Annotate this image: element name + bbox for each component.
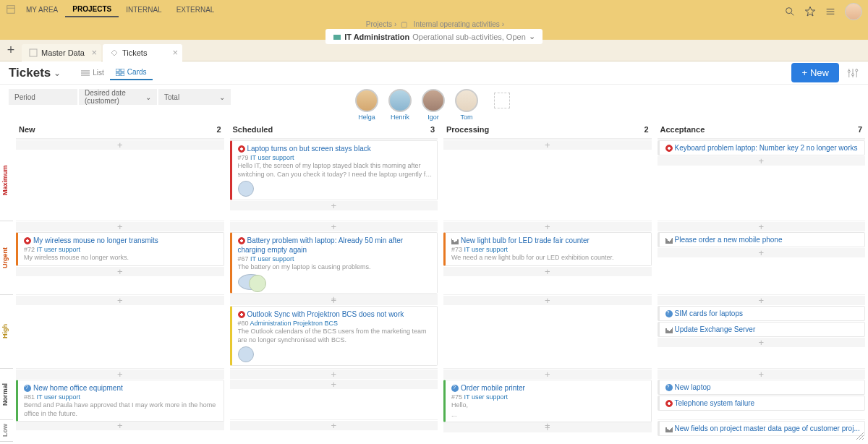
add-card-button[interactable]: + [443,296,652,305]
add-card-button[interactable]: + [16,267,224,276]
card-title[interactable]: Outlook Sync with Projektron BCS does no… [238,309,433,319]
user-avatar[interactable] [845,3,862,20]
add-card-button[interactable]: + [16,421,224,430]
add-card-button[interactable]: + [658,222,866,231]
ticket-card[interactable]: SIM cards for laptops [658,306,866,321]
add-card-button[interactable]: + [230,380,438,389]
ticket-card[interactable]: Please order a new mobile phone [658,232,866,247]
add-card-button[interactable]: + [16,296,224,305]
add-card-button[interactable]: + [16,222,224,231]
card-title[interactable]: Telephone system failure [665,398,861,408]
column-count: 2 [644,125,648,134]
app-icon [6,4,16,14]
person-henrik[interactable]: Henrik [388,89,412,121]
ticket-card[interactable]: Laptop turns on but screen stays black #… [230,140,438,200]
menu-icon[interactable] [825,6,836,17]
card-title[interactable]: New laptop [665,383,861,392]
close-icon[interactable]: × [91,47,97,58]
add-card-button[interactable]: + [230,222,438,231]
add-card-button[interactable]: + [443,140,652,150]
ticket-card[interactable]: My wireless mouse no longer transmits #7… [16,232,224,266]
add-card-button[interactable]: + [16,140,224,150]
tab-master-data[interactable]: Master Data × [22,44,101,61]
title-box[interactable]: IT Administration Operational sub-activi… [326,29,542,44]
card-title[interactable]: Laptop turns on but screen stays black [238,144,433,153]
add-card-button[interactable]: + [230,296,438,305]
add-card-button[interactable]: + [230,201,438,210]
card-title[interactable]: Keyboard problem laptop: Number key 2 no… [665,143,861,153]
ticket-card[interactable]: Keyboard problem laptop: Number key 2 no… [658,140,866,155]
add-card-button[interactable]: + [16,370,224,379]
chevron-down-icon[interactable]: ⌄ [54,68,61,78]
breadcrumb-1[interactable]: Projects [366,20,392,28]
card-title[interactable]: New light bulb for LED trade fair counte… [451,236,647,245]
card-category[interactable]: IT user support [464,393,508,401]
card-title[interactable]: New fields on project master data page o… [665,424,861,433]
card-title[interactable]: SIM cards for laptops [665,309,861,318]
ticket-card[interactable]: New light bulb for LED trade fair counte… [443,232,652,266]
card-title[interactable]: Update Exchange Server [665,325,861,334]
ticket-card[interactable]: Outlook Sync with Projektron BCS does no… [230,306,438,366]
card-category[interactable]: IT user support [37,393,80,401]
view-list-button[interactable]: List [75,66,110,80]
ticket-card[interactable]: Battery problem with laptop: Already 50 … [230,232,438,294]
nav-myarea[interactable]: MY AREA [19,3,65,17]
card-title[interactable]: Order mobile printer [451,383,647,393]
svg-marker-5 [805,7,814,16]
ticket-card[interactable]: New home office equipment #81 IT user su… [16,380,224,422]
wrench-icon [665,326,673,333]
ticket-card[interactable]: New fields on project master data page o… [658,421,866,436]
assignee-avatar[interactable] [238,181,254,197]
person-igor[interactable]: Igor [422,89,445,121]
group-select-icon[interactable] [494,93,510,108]
ticket-card[interactable]: New laptop [658,380,866,395]
assignee-avatar[interactable] [238,274,264,290]
add-card-button[interactable]: + [230,370,438,379]
add-card-button[interactable]: + [658,296,866,305]
filter-period[interactable]: Period [9,89,77,105]
card-desc: Hello, [451,401,647,410]
sliders-icon[interactable] [846,67,859,80]
card-title[interactable]: Please order a new mobile phone [665,235,861,244]
card-meta: #72 IT user support [24,246,219,253]
new-tab-button[interactable]: + [0,43,22,58]
close-icon[interactable]: × [172,47,178,58]
resize-icon[interactable] [855,431,865,441]
person-tom[interactable]: Tom [455,89,478,121]
row-maximum: Laptop turns on but screen stays black #… [230,139,438,221]
person-helga[interactable]: Helga [355,89,378,121]
search-icon[interactable] [784,6,796,17]
add-card-button[interactable]: + [658,156,866,166]
card-title[interactable]: New home office equipment [24,383,219,393]
ticket-card[interactable]: Telephone system failure [658,396,866,411]
card-category[interactable]: IT user support [250,255,294,262]
view-cards-button[interactable]: Cards [110,65,153,80]
add-card-button[interactable]: + [443,222,652,231]
add-card-button[interactable]: + [443,370,652,379]
ticket-card[interactable]: Update Exchange Server [658,322,866,337]
card-title[interactable]: My wireless mouse no longer transmits [24,236,219,245]
ticket-card[interactable]: Order mobile printer #75 IT user support… [443,380,652,422]
breadcrumb-2[interactable]: Internal operating activities [414,20,500,28]
add-card-button[interactable]: + [443,267,652,276]
tab-tickets[interactable]: Tickets × [103,44,182,61]
nav-projects[interactable]: PROJECTS [65,2,119,17]
add-card-button[interactable]: + [658,248,866,257]
card-title[interactable]: Battery problem with laptop: Already 50 … [238,236,433,255]
add-card-button[interactable]: + [658,370,866,379]
assignee-avatar[interactable] [238,346,254,362]
assignees: Helga Henrik Igor Tom [355,89,510,121]
star-icon[interactable] [804,6,816,17]
card-category[interactable]: IT user support [464,246,508,253]
nav-internal[interactable]: INTERNAL [119,3,169,17]
new-button[interactable]: + New [791,63,839,82]
filter-total[interactable]: Total⌄ [158,89,231,105]
card-category[interactable]: Administration Projektron BCS [250,320,339,327]
card-category[interactable]: IT user support [250,154,294,161]
add-card-button[interactable]: + [230,421,438,430]
add-card-button[interactable]: + [658,338,866,347]
nav-external[interactable]: EXTERNAL [169,3,222,17]
card-desc: Bernd and Paula have approved that I may… [24,401,219,418]
card-category[interactable]: IT user support [37,246,80,253]
filter-desired-date[interactable]: Desired date (customer)⌄ [79,89,157,105]
